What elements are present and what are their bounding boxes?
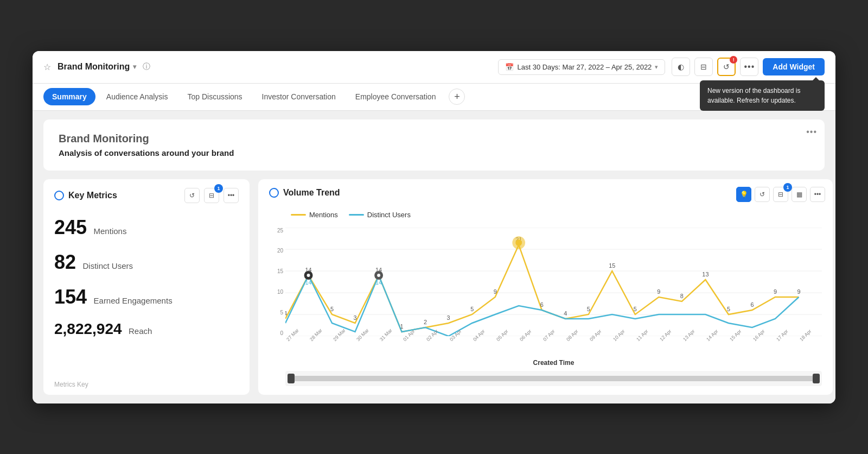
dark-mode-button[interactable]: ◐ xyxy=(672,58,690,76)
key-metrics-header: Key Metrics ↺ ⊟ 1 ••• xyxy=(54,188,239,203)
svg-text:9: 9 xyxy=(797,288,800,294)
date-range-picker[interactable]: 📅 Last 30 Days: Mar 27, 2022 – Apr 25, 2… xyxy=(498,59,665,75)
volume-trend-chart: 4 14 5 3 14 1 2 3 5 9 21 6 4 xyxy=(285,228,822,336)
chevron-down-icon[interactable]: ▾ xyxy=(133,63,136,71)
section-filters-button[interactable]: Section Filters xyxy=(776,92,825,101)
mentions-metric: 245 Mentions xyxy=(54,216,239,239)
earned-engagements-metric: 154 Earned Engagements xyxy=(54,286,239,308)
svg-text:9: 9 xyxy=(657,288,660,294)
header-card-more-button[interactable]: ••• xyxy=(806,127,817,137)
svg-text:5: 5 xyxy=(587,305,590,312)
bulb-button[interactable]: 💡 xyxy=(736,187,751,202)
y-label-15: 15 xyxy=(269,268,283,274)
mentions-legend-line xyxy=(291,214,306,216)
alert-badge: ! xyxy=(730,56,737,64)
scrollbar-thumb xyxy=(295,376,813,381)
more-options-button[interactable]: ••• xyxy=(740,58,758,76)
main-content: ••• Brand Monitoring Analysis of convers… xyxy=(33,111,835,403)
filter-icon: ⊟ xyxy=(700,62,707,71)
header-card-subtitle: Analysis of conversations around your br… xyxy=(59,148,809,157)
refresh-button[interactable]: ↺ ! xyxy=(717,58,736,76)
bulb-icon: 💡 xyxy=(740,191,748,198)
svg-text:3: 3 xyxy=(354,314,357,320)
pin-28mar-inner xyxy=(307,274,310,277)
tab-investor-conversation[interactable]: Investor Conversation xyxy=(253,88,344,105)
volume-badge: 1 xyxy=(783,183,792,192)
scrollbar-track[interactable] xyxy=(288,376,820,381)
key-metrics-title: Key Metrics xyxy=(68,191,180,200)
mentions-value: 245 xyxy=(54,216,87,238)
header-card: ••• Brand Monitoring Analysis of convers… xyxy=(43,119,825,171)
svg-text:6: 6 xyxy=(540,301,544,307)
svg-text:9: 9 xyxy=(494,288,497,294)
mentions-legend: Mentions xyxy=(291,211,338,219)
distinct-users-legend: Distinct Users xyxy=(349,211,411,219)
svg-text:6: 6 xyxy=(750,301,754,307)
highlight-06apr-inner xyxy=(515,239,522,246)
svg-text:13: 13 xyxy=(702,270,709,277)
svg-text:1: 1 xyxy=(400,323,404,329)
volume-more-icon: ••• xyxy=(814,191,821,198)
info-icon[interactable]: ⓘ xyxy=(143,62,150,72)
chart-type-button[interactable]: ▦ xyxy=(792,187,807,202)
mentions-label: Mentions xyxy=(94,226,127,236)
app-window: ☆ Brand Monitoring ▾ ⓘ 📅 Last 30 Days: M… xyxy=(33,51,835,403)
volume-filter-button[interactable]: ⊟ 1 xyxy=(773,187,788,202)
key-metrics-refresh-button[interactable]: ↺ xyxy=(184,188,200,203)
brand-name-label: Brand Monitoring xyxy=(58,62,130,72)
mentions-legend-label: Mentions xyxy=(309,211,338,219)
chart-with-yaxis: 0 5 10 15 20 25 xyxy=(269,228,822,336)
mentions-line xyxy=(285,245,799,332)
distinct-users-legend-line xyxy=(349,214,364,216)
calendar-icon: 📅 xyxy=(505,63,514,71)
scrollbar-container[interactable] xyxy=(285,371,822,386)
distinct-users-legend-label: Distinct Users xyxy=(367,211,411,219)
svg-text:5: 5 xyxy=(470,305,474,312)
distinct-users-value: 82 xyxy=(54,251,76,273)
add-tab-button[interactable]: + xyxy=(449,89,465,105)
volume-trend-toolbar: 💡 ↺ ⊟ 1 ▦ ••• xyxy=(736,187,825,202)
svg-text:3: 3 xyxy=(447,314,450,320)
svg-text:15: 15 xyxy=(609,262,615,268)
scrollbar-right-handle[interactable] xyxy=(813,374,820,383)
key-metrics-panel: Key Metrics ↺ ⊟ 1 ••• 245 xyxy=(43,179,250,395)
tab-employee-conversation[interactable]: Employee Conversation xyxy=(347,88,445,105)
volume-trend-circle-icon xyxy=(269,188,279,198)
tab-audience-analysis[interactable]: Audience Analysis xyxy=(98,88,177,105)
y-label-25: 25 xyxy=(269,228,283,234)
tab-top-discussions[interactable]: Top Discussions xyxy=(178,88,251,105)
top-bar: ☆ Brand Monitoring ▾ ⓘ 📅 Last 30 Days: M… xyxy=(33,51,835,84)
volume-refresh-icon: ↺ xyxy=(760,191,765,198)
y-axis: 0 5 10 15 20 25 xyxy=(269,228,285,336)
reach-metric: 2,822,924 Reach xyxy=(54,320,239,338)
volume-filter-icon: ⊟ xyxy=(778,191,783,198)
volume-more-button[interactable]: ••• xyxy=(810,187,825,202)
scrollbar-left-handle[interactable] xyxy=(288,374,295,383)
star-icon[interactable]: ☆ xyxy=(43,62,51,72)
svg-text:9: 9 xyxy=(774,288,777,294)
key-metrics-more-icon: ••• xyxy=(228,192,235,199)
reach-value: 2,822,924 xyxy=(54,320,122,337)
add-widget-button[interactable]: Add Widget xyxy=(763,58,825,75)
svg-text:14: 14 xyxy=(305,279,311,285)
x-axis-title: Created Time xyxy=(285,359,822,367)
key-metrics-refresh-icon: ↺ xyxy=(189,192,195,199)
svg-text:5: 5 xyxy=(634,305,637,312)
key-metrics-more-button[interactable]: ••• xyxy=(224,188,239,203)
volume-refresh-button[interactable]: ↺ xyxy=(755,187,770,202)
filter-button[interactable]: ⊟ xyxy=(694,58,713,76)
header-card-title: Brand Monitoring xyxy=(59,133,809,145)
metrics-key-label: Metrics Key xyxy=(54,381,88,388)
svg-text:4: 4 xyxy=(285,310,287,316)
tabs-bar: Summary Audience Analysis Top Discussion… xyxy=(33,84,835,111)
key-metrics-filter-button[interactable]: ⊟ 1 xyxy=(204,188,219,203)
chart-icon: ▦ xyxy=(796,191,802,198)
date-chevron-icon: ▾ xyxy=(655,64,658,71)
svg-text:4: 4 xyxy=(564,310,567,316)
tab-summary[interactable]: Summary xyxy=(43,88,95,105)
date-range-label: Last 30 Days: Mar 27, 2022 – Apr 25, 202… xyxy=(517,63,652,71)
key-metrics-circle-icon xyxy=(54,191,64,200)
volume-trend-panel: Volume Trend 💡 ↺ ⊟ 1 xyxy=(258,179,833,395)
svg-text:5: 5 xyxy=(727,305,730,312)
earned-engagements-value: 154 xyxy=(54,286,87,308)
